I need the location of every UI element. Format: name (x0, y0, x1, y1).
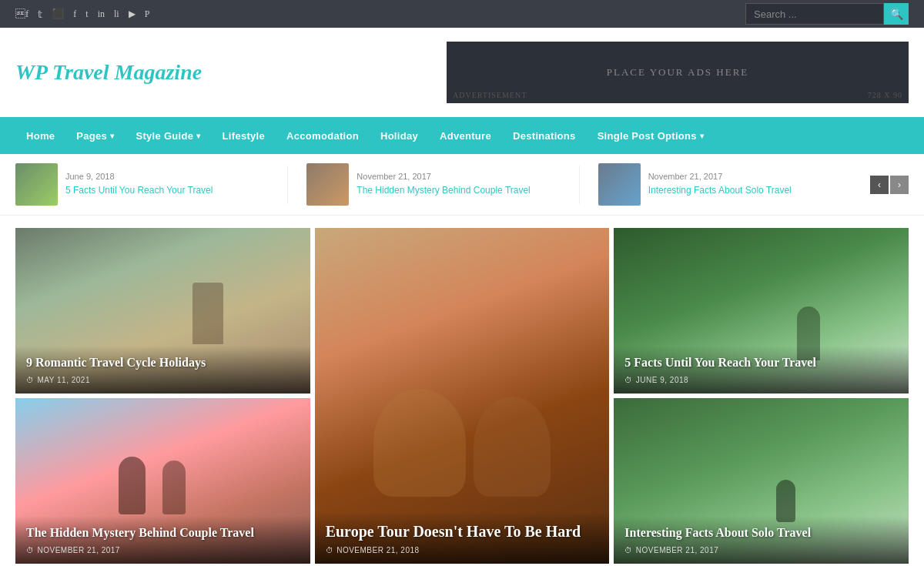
instagram-icon[interactable]: ⬛ (52, 8, 64, 20)
ticker-navigation: ‹ › (870, 176, 909, 194)
ticker-next-button[interactable]: › (890, 176, 909, 194)
card-title: The Hidden Mystery Behind Couple Travel (26, 525, 300, 541)
ticker-title[interactable]: 5 Facts Until You Reach Your Travel (65, 184, 269, 197)
ticker-thumbnail (15, 163, 58, 206)
main-content-grid: 9 Romantic Travel Cycle Holidays ⏱ MAY 1… (0, 216, 924, 566)
card-title: Interesting Facts About Solo Travel (624, 525, 898, 541)
card-title: Europe Tour Doesn't Have To Be Hard (326, 521, 599, 541)
ticker-prev-button[interactable]: ‹ (870, 176, 889, 194)
ad-banner: PLACE YOUR ADS HERE ADVERTISEMENT 728 X … (447, 42, 909, 103)
card-overlay: 9 Romantic Travel Cycle Holidays ⏱ MAY 1… (15, 346, 310, 394)
facebook-icon[interactable]: f (73, 8, 76, 20)
ticker-date: June 9, 2018 (65, 172, 269, 181)
ticker-info: June 9, 2018 5 Facts Until You Reach You… (65, 172, 269, 197)
ticker-title[interactable]: The Hidden Mystery Behind Couple Travel (357, 184, 560, 197)
search-input[interactable] (745, 3, 884, 25)
nav-accomodation[interactable]: Accomodation (276, 117, 370, 154)
card-bottom-right[interactable]: Interesting Facts About Solo Travel ⏱ NO… (614, 398, 909, 564)
ad-label: ADVERTISEMENT (453, 91, 527, 99)
main-nav: Home Pages ▾ Style Guide ▾ Lifestyle Acc… (0, 117, 924, 154)
pinterest-icon[interactable]: P (145, 8, 150, 20)
twitter-icon[interactable]: t (85, 8, 88, 20)
ticker-item: June 9, 2018 5 Facts Until You Reach You… (15, 163, 269, 206)
site-logo[interactable]: WP Travel Magazine (15, 60, 202, 85)
card-top-right[interactable]: 5 Facts Until You Reach Your Travel ⏱ JU… (614, 228, 909, 394)
search-icon: 🔍 (890, 8, 903, 20)
ticker-info: November 21, 2017 The Hidden Mystery Beh… (357, 172, 560, 197)
search-bar: 🔍 (745, 3, 909, 25)
card-date-text: NOVEMBER 21, 2017 (38, 546, 120, 554)
ticker-thumbnail (306, 163, 349, 206)
linkedin-icon[interactable]: li (114, 8, 119, 20)
card-bottom-left[interactable]: The Hidden Mystery Behind Couple Travel … (15, 398, 310, 564)
ticker-divider (287, 166, 288, 204)
card-date: ⏱ NOVEMBER 21, 2017 (624, 546, 898, 554)
card-date: ⏱ MAY 11, 2021 (26, 376, 300, 384)
card-date-text: MAY 11, 2021 (38, 376, 90, 384)
ticker-date: November 21, 2017 (357, 172, 560, 181)
clock-icon: ⏱ (326, 546, 334, 554)
card-date: ⏱ NOVEMBER 21, 2017 (26, 546, 300, 554)
ad-text: PLACE YOUR ADS HERE (607, 66, 749, 79)
chevron-down-icon: ▾ (700, 132, 704, 140)
ticker-info: November 21, 2017 Interesting Facts Abou… (648, 172, 852, 197)
card-overlay: The Hidden Mystery Behind Couple Travel … (15, 516, 310, 564)
nav-lifestyle[interactable]: Lifestyle (212, 117, 276, 154)
ticker-item: November 21, 2017 Interesting Facts Abou… (598, 163, 852, 206)
chevron-down-icon: ▾ (196, 132, 200, 140)
nav-home[interactable]: Home (15, 117, 65, 154)
clock-icon: ⏱ (624, 376, 633, 384)
card-title: 9 Romantic Travel Cycle Holidays (26, 355, 300, 371)
search-button[interactable]: 🔍 (884, 3, 909, 25)
nav-single-post-options[interactable]: Single Post Options ▾ (587, 117, 715, 154)
twitter-icon[interactable]: 𝕥 (38, 8, 42, 20)
facebook-icon[interactable]: f (15, 8, 28, 20)
ticker-divider (579, 166, 580, 204)
card-date: ⏱ NOVEMBER 21, 2018 (326, 546, 599, 554)
card-date: ⏱ JUNE 9, 2018 (624, 376, 898, 384)
card-overlay: Interesting Facts About Solo Travel ⏱ NO… (614, 516, 909, 564)
topbar: f 𝕥 ⬛ f t in li ▶ P 🔍 (0, 0, 924, 28)
clock-icon: ⏱ (26, 376, 35, 384)
card-title: 5 Facts Until You Reach Your Travel (624, 355, 898, 371)
chevron-down-icon: ▾ (110, 132, 114, 140)
social-icons: f 𝕥 ⬛ f t in li ▶ P (15, 8, 149, 20)
nav-adventure[interactable]: Adventure (429, 117, 502, 154)
ad-size: 728 X 90 (868, 91, 902, 99)
header: WP Travel Magazine PLACE YOUR ADS HERE A… (0, 28, 924, 117)
card-overlay: Europe Tour Doesn't Have To Be Hard ⏱ NO… (315, 512, 610, 564)
ticker-thumbnail (598, 163, 641, 206)
nav-style-guide[interactable]: Style Guide ▾ (125, 117, 211, 154)
card-overlay: 5 Facts Until You Reach Your Travel ⏱ JU… (614, 346, 909, 394)
nav-pages[interactable]: Pages ▾ (65, 117, 125, 154)
ticker-title[interactable]: Interesting Facts About Solo Travel (648, 184, 852, 197)
nav-destinations[interactable]: Destinations (502, 117, 587, 154)
card-date-text: JUNE 9, 2018 (636, 376, 688, 384)
card-center[interactable]: Europe Tour Doesn't Have To Be Hard ⏱ NO… (315, 228, 610, 564)
youtube-icon[interactable]: ▶ (129, 8, 136, 20)
ticker-item: November 21, 2017 The Hidden Mystery Beh… (306, 163, 560, 206)
clock-icon: ⏱ (26, 546, 35, 554)
clock-icon: ⏱ (624, 546, 633, 554)
ticker-date: November 21, 2017 (648, 172, 852, 181)
ticker-bar: June 9, 2018 5 Facts Until You Reach You… (0, 154, 924, 216)
card-date-text: NOVEMBER 21, 2018 (336, 546, 419, 554)
nav-holiday[interactable]: Holiday (370, 117, 429, 154)
instagram-icon[interactable]: in (98, 8, 105, 20)
card-top-left[interactable]: 9 Romantic Travel Cycle Holidays ⏱ MAY 1… (15, 228, 310, 394)
card-date-text: NOVEMBER 21, 2017 (636, 546, 718, 554)
